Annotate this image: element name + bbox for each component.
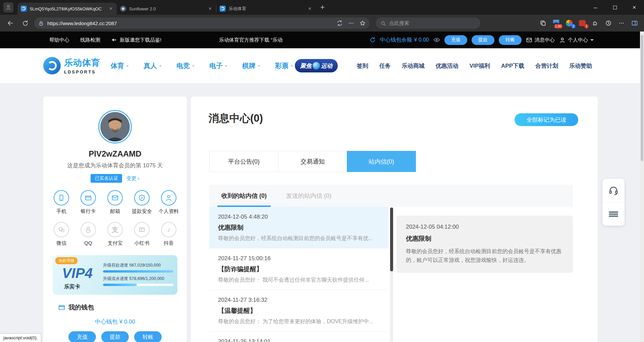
social-wechat[interactable]: 微信 xyxy=(51,222,72,246)
transfer-button[interactable]: 转账 xyxy=(134,331,162,342)
close-button[interactable]: × xyxy=(625,0,644,15)
social-alipay[interactable]: 支 支付宝 xyxy=(104,222,126,246)
social-qq[interactable]: QQ xyxy=(77,222,99,246)
personal-center-link[interactable]: 个人中心 xyxy=(559,37,594,43)
nav-app-download[interactable]: APP下载 xyxy=(501,62,524,70)
bind-withdraw-security[interactable]: 提款安全 xyxy=(131,190,153,215)
nav-signin[interactable]: 签到 xyxy=(357,62,368,70)
browser-profile-button[interactable] xyxy=(3,2,13,12)
menu-cards[interactable]: 棋牌 xyxy=(242,61,260,70)
sunflower-favicon xyxy=(120,6,126,12)
avatar-ring xyxy=(98,110,132,144)
promo-text[interactable]: 新版邀您下载品鉴! xyxy=(120,37,161,43)
more-options-icon[interactable] xyxy=(348,20,354,26)
transfer-button[interactable]: 转账 xyxy=(499,35,522,45)
message-list-item[interactable]: 2024-12-05 4:48:20 优惠限制 尊敬的会员您好，经系统自动检测目… xyxy=(209,207,388,248)
history-icon[interactable] xyxy=(604,19,612,27)
collections-icon[interactable] xyxy=(539,19,547,27)
wallet-refresh-icon[interactable] xyxy=(370,37,376,43)
translate-icon[interactable] xyxy=(337,20,343,26)
line-check-link[interactable]: 线路检测 xyxy=(80,37,100,43)
message-list-item[interactable]: 2024-11-25 13:14:01 xyxy=(209,332,388,342)
tab-close-icon[interactable]: × xyxy=(307,6,312,11)
reload-button[interactable] xyxy=(21,19,30,27)
sidebar-panel-icon[interactable] xyxy=(631,19,639,27)
settings-dots-icon[interactable] xyxy=(618,19,626,27)
tab-title: 乐动体育 xyxy=(229,6,304,12)
tab-close-icon[interactable]: × xyxy=(108,6,113,11)
nav-mall[interactable]: 乐动商城 xyxy=(402,62,425,70)
browser-tab-2[interactable]: Sunflower 2.0 × xyxy=(117,3,216,15)
url-text[interactable]: https://www.ledong842.cc:2087 xyxy=(47,20,333,26)
help-center-link[interactable]: 帮助中心 xyxy=(49,37,69,43)
user-profile-icon xyxy=(5,4,11,10)
scrollbar-thumb[interactable] xyxy=(390,208,393,271)
nav-promotions[interactable]: 优惠活动 xyxy=(436,62,459,70)
change-link[interactable]: 变更 › xyxy=(126,175,139,182)
tab-site-messages[interactable]: 站内信(0) xyxy=(347,151,416,172)
message-list-item[interactable]: 2024-11-27 3:16:32 【温馨提醒】 尊敬的会员您好： 为了给您带… xyxy=(209,290,388,332)
menu-esports[interactable]: 电竞 xyxy=(176,61,195,70)
maximize-button[interactable] xyxy=(605,0,625,15)
menu-slots[interactable]: 电子 xyxy=(209,61,227,70)
message-center-link[interactable]: 消息中心 xyxy=(526,37,555,43)
focus-sports-badge[interactable]: 聚焦 运动 xyxy=(295,59,338,72)
social-douyin[interactable]: ♪ 抖音 xyxy=(158,222,179,246)
bind-phone[interactable]: 手机 xyxy=(51,190,72,215)
extensions-puzzle-icon[interactable] xyxy=(591,19,599,27)
withdraw-button[interactable]: 提款 xyxy=(101,331,129,342)
tab-transaction-notices[interactable]: 交易通知 xyxy=(278,151,347,172)
address-bar[interactable]: https://www.ledong842.cc:2087 xyxy=(34,17,370,29)
chat-extension-icon[interactable]: 1 xyxy=(578,19,586,27)
customer-service-button[interactable] xyxy=(602,179,625,202)
browser-tab-3[interactable]: 乐动体育 × xyxy=(216,3,316,15)
minimize-button[interactable]: – xyxy=(586,0,605,15)
tab-platform-announcements[interactable]: 平台公告(0) xyxy=(209,151,278,172)
chevron-down-icon xyxy=(192,65,195,68)
page-scrollbar[interactable] xyxy=(640,32,644,342)
deposit-button[interactable]: 充值 xyxy=(68,331,96,342)
new-tab-button[interactable]: + xyxy=(316,3,329,12)
subtab-sent[interactable]: 发送的站内信 (0) xyxy=(283,185,334,207)
deposit-button[interactable]: 充值 xyxy=(444,35,467,45)
social-icons-row: 微信 QQ 支 支付宝 小红书 ♪ 抖音 xyxy=(43,222,187,246)
page-scrollbar-thumb[interactable] xyxy=(641,35,643,161)
extension-badge: 2 xyxy=(571,24,576,28)
site-info-icon[interactable] xyxy=(38,20,44,26)
menu-lottery[interactable]: 彩票 xyxy=(275,61,293,70)
brand-name: 乐动体育 xyxy=(64,57,100,69)
shield-extension-icon[interactable]: 2 xyxy=(565,19,573,27)
withdraw-button[interactable]: 提款 xyxy=(472,35,494,45)
message-list-scrollbar[interactable] xyxy=(390,208,393,342)
wallet-balance-amount: ¥ 0.00 xyxy=(414,37,429,43)
nav-partnership[interactable]: 合营计划 xyxy=(535,62,558,70)
nav-sponsorship[interactable]: 乐动赞助 xyxy=(569,62,592,70)
turnover-progress-track xyxy=(103,284,173,286)
bind-bank-card[interactable]: 银行卡 xyxy=(77,190,99,215)
band-left-links: 帮助中心 线路检测 新版邀您下载品鉴! xyxy=(49,32,161,48)
bind-email[interactable]: 邮箱 xyxy=(104,190,126,215)
message-detail-panel: 2024-12-05 04:12:00 优惠限制 尊敬的会员您好，经系统自动检测… xyxy=(396,216,573,273)
subtab-received[interactable]: 收到的站内信 (0) xyxy=(219,185,269,207)
menu-live[interactable]: 真人 xyxy=(144,61,162,70)
site-logo[interactable]: 乐动体育 LDSPORTS xyxy=(43,57,100,74)
nav-vip[interactable]: VIP福利 xyxy=(470,62,490,70)
avatar[interactable] xyxy=(100,112,130,141)
menu-sports[interactable]: 体育 xyxy=(111,61,129,70)
nav-tasks[interactable]: 任务 xyxy=(379,62,391,70)
favorite-star-icon[interactable] xyxy=(360,20,366,26)
pennant-extension-icon[interactable]: 1.00 xyxy=(552,19,560,27)
back-button[interactable] xyxy=(6,19,15,27)
social-xiaohongshu[interactable]: 小红书 xyxy=(131,222,153,246)
side-menu-button[interactable] xyxy=(602,202,625,226)
search-box[interactable]: 点此搜索 xyxy=(376,17,480,29)
tab-close-icon[interactable]: × xyxy=(208,6,213,11)
profile-card: PlV2wZAAMD 这是您成为乐动体育会员的第 1075 天 已实名认证 变更… xyxy=(43,97,187,342)
message-list-item[interactable]: 2024-11-27 15:00:16 【防诈骗提醒】 尊敬的会员您好： 我司不… xyxy=(209,248,388,290)
bind-personal-info[interactable]: 个人资料 xyxy=(158,190,179,215)
mark-all-read-button[interactable]: 全部标记为已读 xyxy=(515,113,578,126)
ledong-logo-icon xyxy=(43,57,61,74)
browser-tab-1[interactable]: 5LmQ5Yqo5L2T6IKyfOS5kOWKqOC × xyxy=(17,3,117,15)
eye-icon[interactable] xyxy=(433,37,440,43)
maximize-icon xyxy=(613,6,617,9)
